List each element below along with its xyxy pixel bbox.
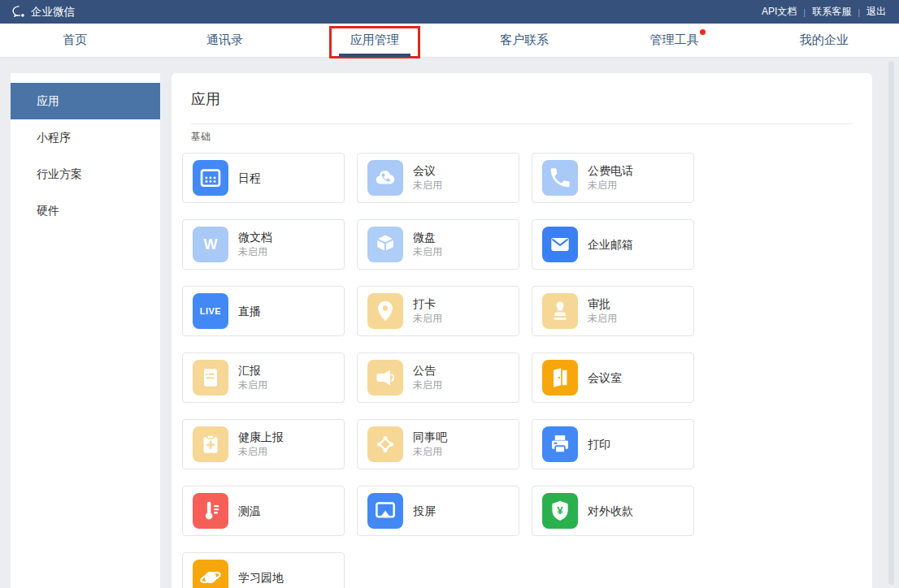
printer-icon <box>542 426 578 462</box>
nav-tab[interactable]: 首页 <box>0 24 150 57</box>
apps-grid: 日程会议未启用公费电话未启用W微文档未启用微盘未启用企业邮箱LIVE直播打卡未启… <box>172 153 872 588</box>
megaphone-icon <box>367 360 403 396</box>
nav-tab[interactable]: 我的企业 <box>749 24 899 57</box>
health-clipboard-icon <box>193 426 228 462</box>
app-card[interactable]: 汇报未启用 <box>182 352 345 403</box>
app-name: 日程 <box>238 171 261 186</box>
app-status: 未启用 <box>588 179 633 192</box>
app-card[interactable]: 测温 <box>182 486 345 536</box>
nav-tab[interactable]: 管理工具 <box>599 24 749 57</box>
app-status: 未启用 <box>413 312 442 326</box>
wework-bubble-icon <box>11 4 27 19</box>
nav-tab-label: 管理工具 <box>649 32 698 48</box>
app-status: 未启用 <box>238 378 267 392</box>
phone-icon <box>542 160 578 196</box>
vertical-scrollbar[interactable] <box>888 61 894 585</box>
app-card[interactable]: 学习园地 <box>182 552 345 588</box>
title-divider <box>191 123 853 124</box>
sidebar-item[interactable]: 行业方案 <box>11 156 160 192</box>
sidebar-item[interactable]: 应用 <box>11 83 160 119</box>
calendar-icon <box>193 160 228 196</box>
main-panel: 应用 基础 日程会议未启用公费电话未启用W微文档未启用微盘未启用企业邮箱LIVE… <box>172 73 872 588</box>
app-status: 未启用 <box>413 245 442 259</box>
app-name: 打卡 <box>413 296 442 312</box>
topbar: 企业微信 API文档|联系客服|退出 <box>0 0 899 24</box>
app-card[interactable]: LIVE直播 <box>182 286 345 336</box>
app-name: 打印 <box>588 437 610 452</box>
logo-text: 企业微信 <box>31 5 75 19</box>
report-doc-icon <box>193 360 228 396</box>
app-status: 未启用 <box>413 378 442 392</box>
app-card[interactable]: 企业邮箱 <box>532 219 694 270</box>
app-name: 学习园地 <box>238 570 284 586</box>
app-card[interactable]: 公费电话未启用 <box>532 153 694 203</box>
nav-tab[interactable]: 通讯录 <box>150 24 299 57</box>
svg-text:W: W <box>204 236 218 253</box>
app-name: 公告 <box>413 363 442 378</box>
app-status: 未启用 <box>238 445 284 459</box>
app-card[interactable]: 健康上报未启用 <box>182 419 345 469</box>
page-title: 应用 <box>172 73 872 110</box>
app-name: 测温 <box>238 504 261 519</box>
active-tab-underline <box>339 54 410 57</box>
nav-tab[interactable]: 应用管理 <box>300 24 450 57</box>
thermometer-icon <box>193 493 228 529</box>
app-card[interactable]: 会议未启用 <box>357 153 519 203</box>
topbar-link-separator: | <box>858 7 860 17</box>
svg-text:¥: ¥ <box>557 504 563 517</box>
nav-tab-label: 客户联系 <box>500 32 549 48</box>
app-status: 未启用 <box>238 245 272 259</box>
topbar-link[interactable]: 退出 <box>865 5 888 19</box>
app-name: 会议 <box>413 163 442 179</box>
app-card[interactable]: 会议室 <box>532 352 694 403</box>
app-card[interactable]: 日程 <box>182 153 345 203</box>
svg-text:LIVE: LIVE <box>200 306 221 316</box>
app-name: 公费电话 <box>588 163 633 179</box>
app-card[interactable]: 打印 <box>532 419 694 469</box>
mail-icon <box>542 227 578 262</box>
app-card[interactable]: 同事吧未启用 <box>357 419 519 469</box>
planet-icon <box>193 560 228 588</box>
app-status: 未启用 <box>413 179 442 192</box>
stamp-icon <box>542 293 578 329</box>
app-card[interactable]: W微文档未启用 <box>182 219 345 270</box>
main-nav: 首页通讯录应用管理客户联系管理工具我的企业 <box>0 24 899 58</box>
app-name: 审批 <box>588 296 617 312</box>
notification-dot <box>700 29 706 35</box>
topbar-link[interactable]: 联系客服 <box>810 5 853 19</box>
app-name: 投屏 <box>413 504 436 519</box>
app-status: 未启用 <box>413 445 447 459</box>
nav-tab-label: 我的企业 <box>800 32 849 48</box>
nav-tab[interactable]: 客户联系 <box>450 24 599 57</box>
app-name: 汇报 <box>238 363 267 378</box>
topbar-link[interactable]: API文档 <box>760 5 798 19</box>
topbar-links: API文档|联系客服|退出 <box>760 5 888 19</box>
app-logo: 企业微信 <box>11 4 75 19</box>
app-card[interactable]: 微盘未启用 <box>357 219 519 270</box>
wedoc-w-icon: W <box>193 227 228 262</box>
sidebar: 应用小程序行业方案硬件 <box>11 73 160 588</box>
sidebar-item[interactable]: 硬件 <box>11 192 160 229</box>
sidebar-item[interactable]: 小程序 <box>11 119 160 156</box>
app-card[interactable]: 审批未启用 <box>532 286 694 336</box>
screencast-icon <box>367 493 403 529</box>
app-name: 对外收款 <box>588 504 633 519</box>
location-pin-icon <box>367 293 403 329</box>
app-card[interactable]: 公告未启用 <box>357 352 519 403</box>
drive-cube-icon <box>367 227 403 262</box>
door-icon <box>542 360 578 396</box>
app-card[interactable]: ¥对外收款 <box>532 486 694 536</box>
colleagues-icon <box>367 426 403 462</box>
nav-tab-label: 应用管理 <box>350 32 399 48</box>
nav-tab-label: 通讯录 <box>206 32 243 48</box>
app-status: 未启用 <box>588 312 617 326</box>
app-name: 直播 <box>238 304 261 319</box>
nav-tab-label: 首页 <box>63 32 87 48</box>
app-card[interactable]: 打卡未启用 <box>357 286 519 336</box>
app-name: 会议室 <box>588 370 622 386</box>
app-name: 企业邮箱 <box>588 237 633 253</box>
app-card[interactable]: 投屏 <box>357 486 519 536</box>
topbar-link-separator: | <box>803 7 806 17</box>
app-name: 同事吧 <box>413 430 447 445</box>
meeting-cloud-icon <box>367 160 403 196</box>
